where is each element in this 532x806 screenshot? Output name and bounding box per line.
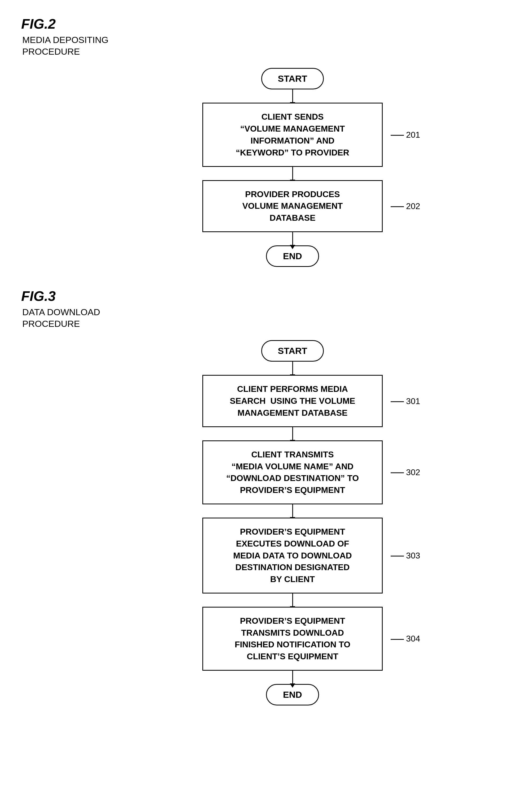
fig2-box-201: CLIENT SENDS“VOLUME MANAGEMENTINFORMATIO…	[202, 103, 383, 167]
fig2-title: FIG.2	[21, 16, 511, 32]
fig3-title: FIG.3	[21, 288, 511, 304]
fig2-start: START	[261, 68, 324, 89]
fig2-label-202: 202	[391, 201, 420, 211]
fig3-arrow-4	[292, 671, 293, 684]
fig2-box-202: PROVIDER PRODUCESVOLUME MANAGEMENTDATABA…	[202, 180, 383, 232]
fig2-label-201: 201	[391, 130, 420, 139]
fig3-flowchart: START CLIENT PERFORMS MEDIASEARCH USING …	[74, 340, 511, 706]
fig3-label-304: 304	[391, 634, 420, 644]
fig3-label-301: 301	[391, 396, 420, 406]
fig3-subtitle: DATA DOWNLOAD PROCEDURE	[22, 306, 511, 330]
fig2-row-202: PROVIDER PRODUCESVOLUME MANAGEMENTDATABA…	[202, 180, 383, 232]
fig2-arrow-1	[292, 167, 293, 180]
fig3-box-302: CLIENT TRANSMITS“MEDIA VOLUME NAME” AND“…	[202, 441, 383, 504]
fig3-box-304: PROVIDER’S EQUIPMENTTRANSMITS DOWNLOADFI…	[202, 607, 383, 671]
fig3-arrow-3	[292, 594, 293, 607]
fig3-arrow-0	[292, 362, 293, 375]
fig3-row-301: CLIENT PERFORMS MEDIASEARCH USING THE VO…	[202, 375, 383, 427]
fig3-section: FIG.3 DATA DOWNLOAD PROCEDURE START CLIE…	[21, 288, 511, 706]
fig2-arrow-2	[292, 232, 293, 245]
fig2-row-201: CLIENT SENDS“VOLUME MANAGEMENTINFORMATIO…	[202, 103, 383, 167]
fig2-arrow-0	[292, 89, 293, 103]
fig3-box-303: PROVIDER’S EQUIPMENTEXECUTES DOWNLOAD OF…	[202, 518, 383, 594]
fig3-arrow-2	[292, 504, 293, 518]
fig2-section: FIG.2 MEDIA DEPOSITING PROCEDURE START C…	[21, 16, 511, 267]
fig3-label-303: 303	[391, 550, 420, 560]
fig3-row-302: CLIENT TRANSMITS“MEDIA VOLUME NAME” AND“…	[202, 441, 383, 504]
fig3-label-302: 302	[391, 467, 420, 477]
fig3-start: START	[261, 340, 324, 362]
fig3-row-303: PROVIDER’S EQUIPMENTEXECUTES DOWNLOAD OF…	[202, 518, 383, 594]
fig3-box-301: CLIENT PERFORMS MEDIASEARCH USING THE VO…	[202, 375, 383, 427]
fig3-row-304: PROVIDER’S EQUIPMENTTRANSMITS DOWNLOADFI…	[202, 607, 383, 671]
fig2-flowchart: START CLIENT SENDS“VOLUME MANAGEMENTINFO…	[74, 68, 511, 267]
fig2-subtitle: MEDIA DEPOSITING PROCEDURE	[22, 34, 511, 57]
fig3-arrow-1	[292, 427, 293, 441]
